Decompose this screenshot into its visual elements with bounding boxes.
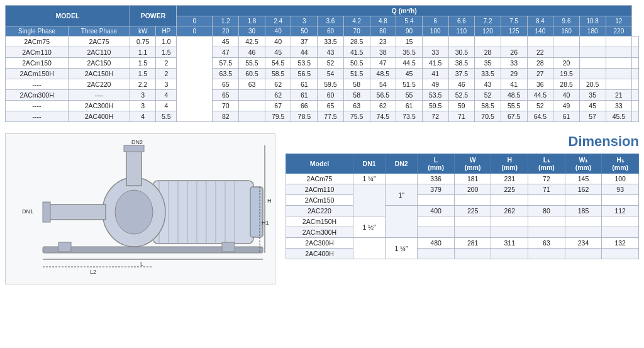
h-value-cell: 19.5 (553, 69, 580, 79)
h-value-cell: 61 (291, 90, 318, 101)
dim-h: 311 (491, 238, 528, 249)
table-cell: ---- (69, 90, 130, 101)
h-value-cell: 50.5 (343, 58, 370, 69)
dim-w: 181 (454, 174, 491, 184)
dim-model: 2ACm75 (286, 174, 353, 184)
h-value-cell: 28 (475, 47, 501, 58)
dim-w1: 162 (565, 184, 602, 195)
h-value-cell: 30.5 (448, 47, 475, 58)
h-value-cell: 26 (501, 47, 527, 58)
dim-l: 480 (418, 238, 455, 249)
table-row: 2ACm1102AC1101.11.5474645444341.53835.53… (6, 47, 639, 58)
l2-dim-label: L2 (90, 269, 96, 275)
dim-w: 281 (454, 238, 491, 249)
table-row: 2ACm300H----34656261605856.55553.552.552… (6, 90, 639, 101)
h-value-cell: 45 (396, 69, 423, 79)
h-value-cell: 35.5 (396, 47, 423, 58)
h-value-cell: 20.5 (579, 79, 606, 90)
h-value-cell: 54 (370, 79, 396, 90)
h-value-cell: 58 (343, 79, 370, 90)
dim-l (418, 249, 455, 259)
hp-header: HP (156, 26, 177, 36)
flow-8.4: 8.4 (527, 16, 553, 26)
h-value-cell: 28.5 (343, 36, 370, 47)
h-value-cell (632, 79, 639, 90)
h-value-cell: 46 (239, 47, 265, 58)
h-value-cell: 56.5 (370, 90, 396, 101)
h-value-cell: 45 (579, 101, 606, 111)
dim-l: 336 (418, 174, 455, 184)
h-value-cell (239, 90, 265, 101)
dim-h1: 93 (602, 184, 639, 195)
h-value-cell: 51.5 (343, 69, 370, 79)
table-row: 2ACm752AC750.751.0H (m)4542.5403733.528.… (6, 36, 639, 47)
h-value-cell: 65 (213, 90, 239, 101)
h-value-cell: 51.5 (396, 79, 423, 90)
dim-l1 (528, 227, 565, 238)
h-value-cell: 52 (527, 101, 553, 111)
dim-model: 2ACm150H (286, 216, 353, 227)
dimension-rows: 2ACm751 ¼"336181231721451002ACm1101"3792… (286, 174, 639, 259)
h-dim-label: H (267, 198, 272, 204)
h-value-cell: 79.5 (265, 111, 291, 122)
flow-3.6: 3.6 (318, 16, 344, 26)
dim-l (418, 216, 455, 227)
lmin-60: 60 (318, 26, 344, 36)
h-value-cell (527, 36, 553, 47)
h-value-cell: 28.5 (553, 79, 580, 90)
dim-model: 2AC400H (286, 249, 353, 259)
h-value-cell: 55 (396, 90, 423, 101)
flow-6.6: 6.6 (448, 16, 475, 26)
table-cell: 4 (156, 90, 177, 101)
flow-4.2: 4.2 (343, 16, 370, 26)
dim-dn2 (386, 206, 418, 238)
dim-w (454, 195, 491, 206)
h-value-cell: 56.5 (291, 69, 318, 79)
table-cell: 3 (156, 79, 177, 90)
table-cell: 3 (130, 90, 156, 101)
dim-w (454, 227, 491, 238)
h-value-cell: 54.5 (265, 58, 291, 69)
h-value-cell (475, 36, 501, 47)
dim-dn2-header: DN2 (386, 154, 418, 174)
dim-w (454, 216, 491, 227)
h-value-cell: 58.5 (475, 101, 501, 111)
lmin-180: 180 (579, 26, 606, 36)
h-value-cell: 27 (527, 69, 553, 79)
h-value-cell: 82 (213, 111, 239, 122)
h-value-cell: 33 (501, 58, 527, 69)
h-value-cell: 45.5 (606, 111, 632, 122)
table-cell: 4 (156, 101, 177, 111)
h-value-cell: 59 (448, 101, 475, 111)
lmin-160: 160 (553, 26, 580, 36)
h-value-cell: 61 (553, 111, 580, 122)
dim-h: 225 (491, 184, 528, 195)
lmin-30: 30 (239, 26, 265, 36)
h-value-cell: 47 (213, 47, 239, 58)
table-row: ----2AC300H347067666563626159.55958.555.… (6, 101, 639, 111)
dim-model: 2ACm300H (286, 227, 353, 238)
h-value-cell: 78.5 (291, 111, 318, 122)
h-value-cell (553, 47, 580, 58)
dim-w1: 234 (565, 238, 602, 249)
h-value-cell (553, 36, 580, 47)
svg-rect-18 (58, 242, 71, 252)
h-value-cell: 40 (553, 90, 580, 101)
dim-dn1 (353, 238, 385, 259)
h-value-cell: 23 (370, 36, 396, 47)
h-value-cell: 41 (501, 79, 527, 90)
svg-rect-15 (126, 148, 142, 186)
h-value-cell: 33.5 (318, 36, 344, 47)
h-value-cell: 57 (579, 111, 606, 122)
h-value-cell: 62 (265, 79, 291, 90)
h-value-cell: 36 (527, 79, 553, 90)
dim-h1 (602, 216, 639, 227)
h-value-cell: 52 (318, 58, 344, 69)
svg-rect-16 (124, 145, 144, 152)
h-value-cell: 65 (213, 79, 239, 90)
table-cell: 1.0 (156, 36, 177, 47)
dim-w: 200 (454, 184, 491, 195)
dim-h1 (602, 195, 639, 206)
dim-w1: 145 (565, 174, 602, 184)
h-value-cell (579, 47, 606, 58)
